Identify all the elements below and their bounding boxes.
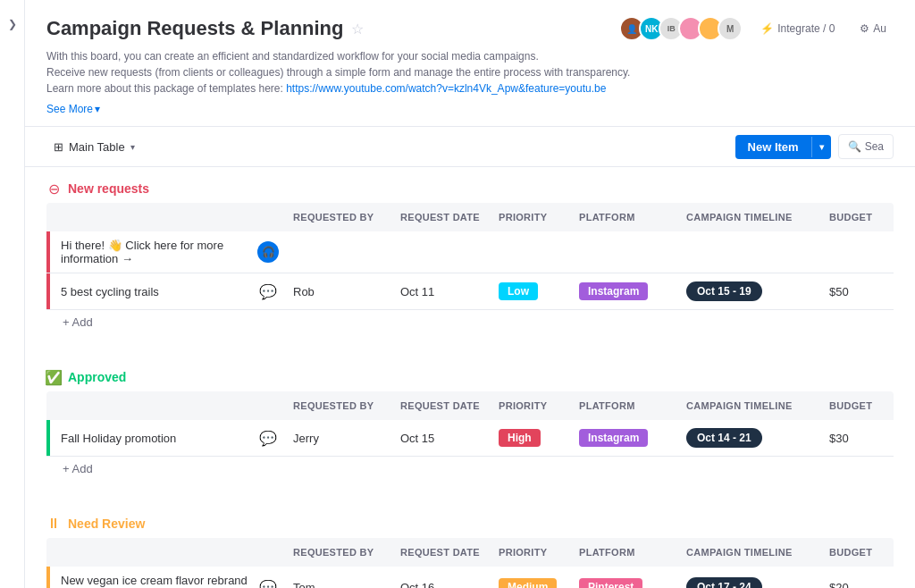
row-name: New vegan ice cream flavor rebrand campa… [57, 567, 257, 588]
description-link[interactable]: https://www.youtube.com/watch?v=kzln4Vk_… [286, 82, 606, 95]
row-name: 5 best cycling trails [57, 278, 257, 306]
priority-badge-medium: Medium [499, 578, 557, 588]
avatar: M [718, 16, 743, 41]
group-icon-approved: ✅ [46, 370, 61, 384]
timeline-badge: Oct 14 - 21 [686, 428, 762, 448]
budget-cell: $30 [822, 428, 894, 449]
request-date: Oct 11 [393, 281, 491, 302]
requested-by: Rob [286, 281, 393, 302]
requested-by: Jerry [286, 428, 393, 449]
integrate-icon: ⚡ [760, 22, 774, 35]
avatar-group: 👤 NK IB M [619, 16, 743, 41]
add-row-new-requests[interactable]: + Add [46, 310, 894, 334]
row-name: Hi there! 👋 Click here for more informat… [57, 231, 257, 273]
page-title: Campaign Requests & Planning [46, 17, 344, 40]
toolbar: ⊞ Main Table ▾ New Item ▾ 🔍 Sea [25, 127, 915, 167]
request-date: Oct 15 [393, 428, 491, 449]
chevron-left-icon: ❯ [8, 18, 17, 30]
auto-button[interactable]: ⚙ Au [852, 19, 894, 38]
platform-badge-instagram: Instagram [579, 429, 648, 447]
table-header-need-review: Requested by Request date Priority Platf… [46, 538, 894, 567]
group-icon-new-requests: ⊖ [46, 181, 61, 196]
priority-badge-low: Low [499, 282, 538, 300]
group-header-approved: ✅ Approved [25, 356, 915, 391]
table-row[interactable]: Fall Holiday promotion 💬 Jerry Oct 15 Hi… [46, 420, 894, 457]
page-header: Campaign Requests & Planning ☆ 👤 NK IB M [25, 0, 915, 127]
request-date: Oct 16 [393, 577, 491, 589]
chevron-down-icon: ▾ [95, 103, 100, 115]
table-row[interactable]: New vegan ice cream flavor rebrand campa… [46, 567, 894, 588]
timeline-cell: Oct 14 - 21 [679, 424, 822, 451]
platform-badge-pinterest: Pinterest [579, 578, 642, 588]
table-header-new-requests: Requested by Request date Priority Platf… [46, 203, 894, 231]
table-row[interactable]: 5 best cycling trails 💬 Rob Oct 11 Low I… [46, 273, 894, 310]
group-approved: ✅ Approved Requested by Request date Pri… [25, 356, 915, 481]
sidebar-toggle[interactable]: ❯ [0, 0, 25, 588]
main-table-button[interactable]: ⊞ Main Table ▾ [46, 137, 142, 157]
priority-cell: Medium [491, 575, 572, 588]
budget-cell: $50 [822, 281, 894, 302]
table-row[interactable]: Hi there! 👋 Click here for more informat… [46, 231, 894, 273]
new-item-dropdown-arrow[interactable]: ▾ [811, 137, 831, 157]
group-header-new-requests: ⊖ New requests [25, 167, 915, 203]
dropdown-icon: ▾ [130, 142, 135, 152]
group-icon-need-review: ⏸ [46, 517, 61, 531]
headphone-icon[interactable]: 🎧 [257, 241, 279, 263]
group-title-approved: Approved [68, 370, 126, 384]
comment-icon[interactable]: 💬 [259, 430, 277, 447]
group-new-requests: ⊖ New requests Requested by Request date… [25, 167, 915, 334]
search-icon: 🔍 [848, 140, 861, 153]
requested-by: Tom [286, 577, 393, 589]
platform-cell: Pinterest [572, 575, 679, 588]
timeline-badge: Oct 15 - 19 [686, 281, 762, 301]
priority-cell: High [491, 425, 572, 450]
timeline-cell: Oct 15 - 19 [679, 278, 822, 305]
group-title-need-review: Need Review [68, 517, 145, 531]
row-name: Fall Holiday promotion [57, 424, 257, 452]
description: With this board, you can create an effic… [46, 48, 894, 97]
see-more-button[interactable]: See More ▾ [46, 103, 100, 115]
integrate-button[interactable]: ⚡ Integrate / 0 [753, 19, 842, 38]
board-content: ⊖ New requests Requested by Request date… [25, 167, 915, 588]
group-header-need-review: ⏸ Need Review [25, 502, 915, 538]
platform-cell: Instagram [572, 425, 679, 450]
table-icon: ⊞ [54, 140, 63, 154]
star-icon[interactable]: ☆ [351, 21, 364, 38]
priority-cell: Low [491, 279, 572, 304]
comment-icon[interactable]: 💬 [259, 579, 277, 589]
group-title-new-requests: New requests [68, 181, 149, 196]
platform-cell: Instagram [572, 279, 679, 304]
new-item-button[interactable]: New Item ▾ [735, 135, 831, 159]
auto-icon: ⚙ [860, 22, 869, 35]
comment-icon[interactable]: 💬 [259, 283, 277, 300]
add-row-approved[interactable]: + Add [46, 457, 894, 481]
priority-badge-high: High [499, 429, 541, 447]
table-header-approved: Requested by Request date Priority Platf… [46, 391, 894, 420]
timeline-cell: Oct 17 - 24 [679, 574, 822, 588]
budget-cell: $20 [822, 577, 894, 589]
platform-badge-instagram: Instagram [579, 282, 648, 300]
search-button[interactable]: 🔍 Sea [838, 134, 894, 159]
timeline-badge: Oct 17 - 24 [686, 577, 762, 588]
group-need-review: ⏸ Need Review Requested by Request date … [25, 502, 915, 588]
